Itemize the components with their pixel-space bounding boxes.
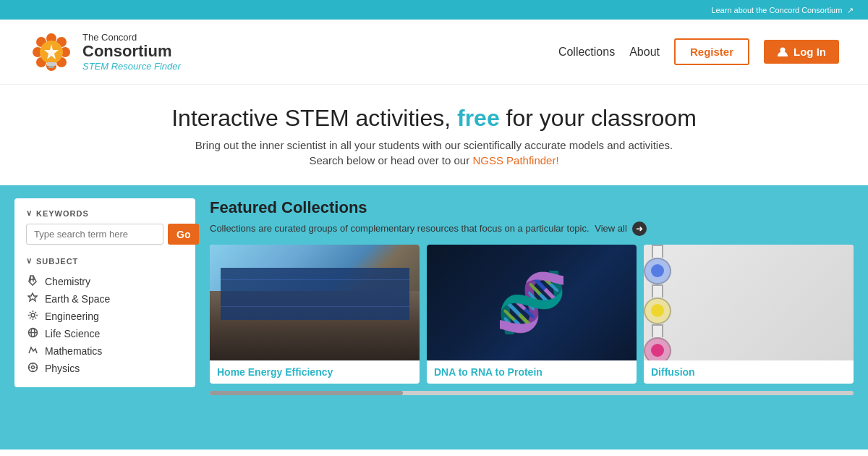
nav-collections[interactable]: Collections <box>558 46 615 59</box>
subject-section-title: ∨ SUBJECT <box>26 256 184 266</box>
subject-name: Engineering <box>45 311 99 322</box>
featured-desc-text: Collections are curated groups of comple… <box>210 223 590 234</box>
keywords-section-title: ∨ KEYWORDS <box>26 208 184 218</box>
sidebar: ∨ KEYWORDS Go ∨ SUBJECT ChemistryEarth &… <box>14 198 195 387</box>
hero-headline-pre: Interactive STEM activities, <box>171 105 451 131</box>
hero-section: Interactive STEM activities, free for yo… <box>0 85 868 185</box>
featured-description: Collections are curated groups of comple… <box>210 221 854 236</box>
hero-subtitle2-pre: Search below or head over to our <box>309 154 469 166</box>
login-button[interactable]: Log In <box>764 40 839 64</box>
featured-header: Featured Collections <box>210 198 854 217</box>
collections-grid: Home Energy EfficiencyDNA to RNA to Prot… <box>210 245 854 384</box>
top-banner-text: Learn about the Concord Consortium <box>711 6 842 14</box>
subject-icon <box>26 275 39 288</box>
flask-pink <box>644 324 671 360</box>
subject-icon <box>26 310 39 323</box>
search-input[interactable] <box>26 224 163 245</box>
view-all-label: View all <box>595 223 627 234</box>
subject-list-item[interactable]: Earth & Space <box>26 290 184 308</box>
header: The Concord Consortium STEM Resource Fin… <box>0 20 868 85</box>
nav-area: Collections About Register Log In <box>558 38 839 65</box>
chevron-down-icon-subject: ∨ <box>26 256 33 266</box>
search-row: Go <box>26 224 184 245</box>
subject-list-item[interactable]: Physics <box>26 360 184 377</box>
subject-list: ChemistryEarth & SpaceEngineeringLife Sc… <box>26 273 184 377</box>
logo-svg <box>29 30 74 75</box>
collection-card[interactable]: Diffusion <box>644 245 854 384</box>
collection-name[interactable]: Diffusion <box>644 360 854 384</box>
subject-list-item[interactable]: Mathematics <box>26 342 184 360</box>
subject-name: Mathematics <box>45 345 102 357</box>
logo-text-block: The Concord Consortium STEM Resource Fin… <box>82 32 181 71</box>
subject-list-item[interactable]: Engineering <box>26 308 184 325</box>
subject-label: SUBJECT <box>36 257 78 266</box>
main-content: ∨ KEYWORDS Go ∨ SUBJECT ChemistryEarth &… <box>0 185 868 449</box>
top-banner: Learn about the Concord Consortium ↗ <box>0 0 868 20</box>
subject-icon <box>26 292 39 305</box>
scroll-indicator <box>210 391 854 395</box>
subject-name: Earth & Space <box>45 293 110 305</box>
subject-name: Chemistry <box>45 276 90 287</box>
register-button[interactable]: Register <box>674 38 749 65</box>
collection-image-diffusion <box>644 245 854 360</box>
logo-line1: The Concord <box>82 32 181 43</box>
collection-image-dna <box>427 245 637 360</box>
external-link-icon: ↗ <box>847 6 854 14</box>
view-all-link[interactable]: View all ➜ <box>595 223 647 234</box>
collection-name[interactable]: DNA to RNA to Protein <box>427 360 637 384</box>
subject-list-item[interactable]: Chemistry <box>26 273 184 290</box>
subject-list-item[interactable]: Life Science <box>26 325 184 342</box>
svg-rect-11 <box>48 66 54 68</box>
ngss-pathfinder-link[interactable]: NGSS Pathfinder! <box>472 154 558 166</box>
svg-rect-10 <box>47 62 56 66</box>
hero-subtitle2: Search below or head over to our NGSS Pa… <box>29 154 839 166</box>
flask-blue <box>644 245 671 284</box>
collection-name[interactable]: Home Energy Efficiency <box>210 360 420 384</box>
subject-name: Physics <box>45 363 80 374</box>
subject-icon <box>26 345 39 358</box>
user-icon <box>777 46 788 58</box>
go-button[interactable]: Go <box>168 224 199 245</box>
nav-about[interactable]: About <box>629 46 660 59</box>
view-all-arrow-icon: ➜ <box>632 221 647 236</box>
login-label: Log In <box>793 46 826 58</box>
scroll-thumb <box>210 391 403 395</box>
subject-icon <box>26 327 39 340</box>
collection-card[interactable]: DNA to RNA to Protein <box>427 245 637 384</box>
subject-icon <box>26 362 39 375</box>
hero-headline: Interactive STEM activities, free for yo… <box>29 105 839 132</box>
chevron-down-icon: ∨ <box>26 208 33 218</box>
hero-free-word: free <box>457 105 500 131</box>
logo-area[interactable]: The Concord Consortium STEM Resource Fin… <box>29 30 181 75</box>
subject-name: Life Science <box>45 328 100 339</box>
logo-subtitle: STEM Resource Finder <box>82 61 181 72</box>
logo-line2: Consortium <box>82 43 181 60</box>
hero-subtitle: Bring out the inner scientist in all you… <box>29 139 839 151</box>
keywords-label: KEYWORDS <box>36 209 89 218</box>
collection-image-solar <box>210 245 420 360</box>
flask-yellow <box>644 284 671 324</box>
collection-card[interactable]: Home Energy Efficiency <box>210 245 420 384</box>
concord-consortium-link[interactable]: Learn about the Concord Consortium ↗ <box>709 4 854 15</box>
svg-point-16 <box>31 313 35 317</box>
svg-point-20 <box>31 366 34 369</box>
hero-headline-post: for your classroom <box>506 105 697 131</box>
featured-area: Featured Collections Collections are cur… <box>195 198 854 442</box>
featured-title: Featured Collections <box>210 198 367 217</box>
